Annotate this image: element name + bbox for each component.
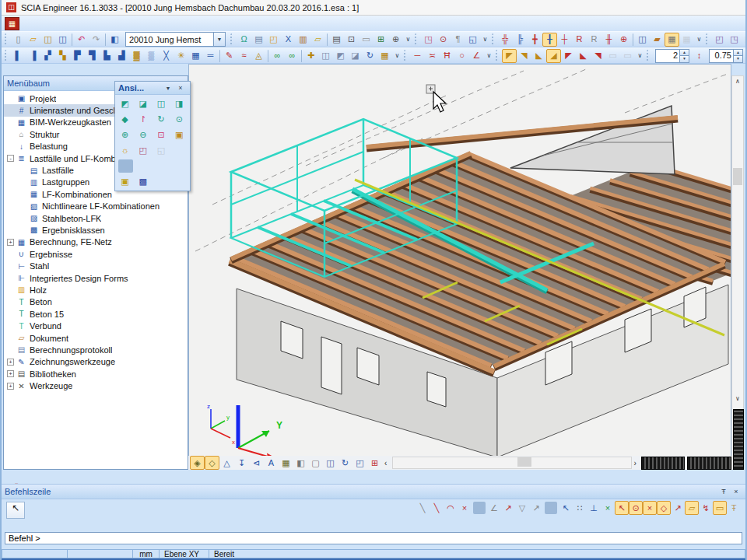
redo-icon[interactable]: ↷: [89, 33, 103, 47]
tree-item-beton[interactable]: T Beton: [4, 296, 188, 308]
snap-midpoint-icon[interactable]: ⊙: [629, 501, 643, 515]
layers-icon[interactable]: ▤: [251, 33, 266, 47]
render-mode-icon[interactable]: ▦: [279, 456, 293, 470]
tree-item-stahlbeton-lfk[interactable]: ▨ Stahlbeton-LFK: [4, 212, 188, 224]
tree-expander[interactable]: [7, 286, 14, 293]
show-model-data-icon[interactable]: ◫: [323, 456, 338, 470]
view-3d-icon[interactable]: ◆: [117, 112, 133, 127]
mirror-icon[interactable]: ◪: [348, 49, 363, 63]
menu-einstellungen[interactable]: [136, 22, 150, 25]
open-project-icon[interactable]: ▱: [26, 33, 40, 47]
menu-plugins[interactable]: [122, 22, 136, 25]
viewport-3d[interactable]: z y x Y X: [188, 64, 731, 470]
selection-save-icon[interactable]: ▭: [605, 49, 620, 63]
show-supports-icon[interactable]: ⊲: [249, 456, 264, 470]
menu-bearbeiten[interactable]: [38, 22, 52, 25]
select-by-property-icon[interactable]: ◤: [561, 49, 576, 63]
tree-expander[interactable]: [7, 143, 14, 150]
rotate-icon[interactable]: ↻: [363, 49, 377, 63]
tree-item-dokument[interactable]: ▱ Dokument: [4, 332, 188, 344]
tree-item-bibliotheken[interactable]: + ▤ Bibliotheken: [4, 368, 188, 380]
node-edit-icon[interactable]: ✎: [222, 49, 237, 63]
spinner-down-icon[interactable]: ▼: [734, 55, 742, 62]
render-edges-icon[interactable]: ◇: [205, 456, 219, 470]
line-grid-icon[interactable]: ⊥: [587, 501, 601, 515]
wireframe-icon[interactable]: ▢: [308, 456, 323, 470]
horizontal-scrollbar[interactable]: [392, 457, 631, 469]
tree-item-berechnungsprotokoll[interactable]: ▤ Berechnungsprotokoll: [4, 344, 188, 355]
snap-endpoint-icon[interactable]: ↖: [615, 501, 629, 515]
export-dwg-icon[interactable]: ▰: [650, 33, 665, 47]
select-polygon-icon[interactable]: ◣: [531, 49, 546, 63]
disconnect-members-icon[interactable]: ∞: [285, 49, 300, 63]
tree-expander[interactable]: +: [7, 383, 14, 390]
zoom-in-icon[interactable]: ⊕: [117, 128, 133, 142]
view-z-icon[interactable]: ◫: [153, 96, 170, 111]
tree-expander[interactable]: [7, 299, 14, 306]
tree-expander[interactable]: [7, 275, 14, 282]
grid-settings-icon[interactable]: ⊞: [367, 456, 382, 470]
scroll-down-icon[interactable]: ∨: [732, 394, 743, 404]
snap-zigzag-icon[interactable]: ↯: [699, 501, 713, 515]
chevron-down-icon[interactable]: ▼: [213, 33, 225, 46]
spinner-down-icon[interactable]: ▼: [680, 55, 689, 62]
camera-on-icon[interactable]: ▦: [665, 33, 679, 47]
tree-expander[interactable]: [19, 215, 26, 222]
spinner-up-icon[interactable]: ▲: [680, 50, 689, 56]
scrollbar-thumb[interactable]: [517, 457, 531, 467]
tree-expander[interactable]: [7, 346, 14, 353]
ratio-spinner[interactable]: 0.75 ▲▼: [709, 49, 743, 63]
snap-toggle-icon[interactable]: ×: [601, 501, 615, 515]
show-labels-off-icon[interactable]: A: [264, 456, 279, 470]
selection-load-icon[interactable]: ▭: [620, 49, 635, 63]
insert-cross-link-icon[interactable]: ✳: [174, 49, 188, 63]
view-axo-icon[interactable]: ◨: [171, 96, 188, 111]
show-loads-icon[interactable]: ↧: [234, 456, 249, 470]
insert-wall-icon[interactable]: ▟: [114, 49, 129, 63]
tree-expander[interactable]: +: [7, 239, 14, 246]
vertical-scrollbar[interactable]: ∧ ∨: [731, 75, 744, 470]
ansicht-toolbar-header[interactable]: Ansi... ▼ ×: [115, 82, 190, 95]
navigate-view-icon[interactable]: ↾: [135, 112, 151, 127]
menu-werkzeuge[interactable]: [80, 22, 94, 25]
paste-format-icon[interactable]: ◳: [727, 33, 742, 47]
select-workplane-icon[interactable]: ◥: [591, 49, 605, 63]
document-zoom-icon[interactable]: ⊕: [388, 33, 403, 47]
menu-datei[interactable]: [24, 22, 38, 25]
tree-expander[interactable]: [7, 119, 14, 126]
snap-intersection-icon[interactable]: ×: [643, 501, 657, 515]
bim-exchange-icon[interactable]: Ω: [237, 33, 251, 47]
clipboard-picture-icon[interactable]: ▣: [117, 174, 133, 189]
menu-aendern[interactable]: [94, 22, 108, 25]
chevron-down-icon[interactable]: ▼: [162, 82, 174, 94]
tree-expander[interactable]: [19, 167, 26, 174]
command-input[interactable]: [5, 532, 742, 544]
dot-grid-icon[interactable]: ∷: [573, 501, 587, 515]
tree-item-zeichnungswerkzeuge[interactable]: + ✎ Zeichnungswerkzeuge: [4, 356, 188, 368]
toolbar-scroll-left-icon[interactable]: ‹: [382, 459, 389, 467]
undo-icon[interactable]: ↶: [74, 33, 89, 47]
print-picture-icon[interactable]: ◰: [135, 143, 151, 158]
window-layout-icon[interactable]: ◧: [107, 33, 122, 47]
tree-item-holz[interactable]: ▥ Holz: [4, 284, 188, 296]
copy-format-icon[interactable]: ◰: [712, 33, 727, 47]
tree-expander[interactable]: -: [7, 155, 14, 162]
zoom-window-icon[interactable]: ⊡: [153, 128, 170, 142]
draw-dimension-icon[interactable]: ≍: [425, 49, 440, 63]
notes-icon[interactable]: ▱: [310, 33, 325, 47]
status-unit[interactable]: mm: [132, 549, 159, 558]
tree-expander[interactable]: [7, 95, 14, 102]
tree-item-integriertes-design-forms[interactable]: ⊩ Integriertes Design Forms: [4, 272, 188, 284]
rotate-view-icon[interactable]: ↻: [153, 112, 170, 127]
arc-tool-icon[interactable]: ◠: [444, 501, 458, 515]
cursor-snap-settings-icon[interactable]: ↖: [559, 501, 573, 515]
snap-arc-center-icon[interactable]: ▱: [685, 501, 699, 515]
view-y-icon[interactable]: ◪: [135, 96, 151, 111]
catalog-block-icon[interactable]: ▦: [188, 49, 203, 63]
line-red-icon[interactable]: ╲: [430, 501, 444, 515]
move-icon[interactable]: ◩: [333, 49, 348, 63]
tree-expander[interactable]: [7, 263, 14, 270]
tree-expander[interactable]: [7, 250, 14, 257]
member-support-icon[interactable]: ╂: [542, 33, 557, 47]
polyline-edit-icon[interactable]: ≈: [237, 49, 251, 63]
